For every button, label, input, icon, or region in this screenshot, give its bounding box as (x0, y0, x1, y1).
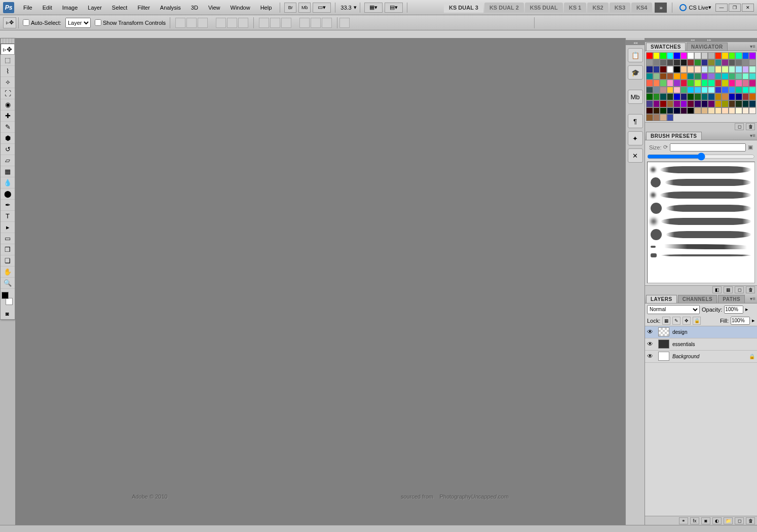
swatch[interactable] (735, 66, 742, 73)
brush-preset[interactable] (650, 216, 752, 227)
swatch[interactable] (653, 114, 660, 121)
swatch[interactable] (729, 100, 736, 107)
lock-transparency-icon[interactable]: ▦ (662, 317, 670, 325)
swatch[interactable] (701, 100, 708, 107)
swatch[interactable] (742, 73, 749, 80)
swatch[interactable] (715, 93, 722, 100)
layer-thumbnail[interactable] (658, 352, 669, 361)
workspace-button[interactable]: KS5 DUAL (525, 3, 563, 13)
layer-thumbnail[interactable] (658, 327, 669, 336)
swatch[interactable] (708, 93, 715, 100)
swatch[interactable] (735, 87, 742, 94)
panel-grip[interactable]: ◂◂ ▸▸ (645, 38, 757, 42)
swatch[interactable] (742, 66, 749, 73)
swatch[interactable] (646, 114, 653, 121)
distribute-hcenter-icon[interactable] (311, 18, 321, 28)
zoom-tool[interactable]: 🔍 (1, 278, 15, 289)
swatch[interactable] (701, 52, 708, 59)
swatch[interactable] (673, 107, 680, 115)
swatch[interactable] (735, 52, 742, 59)
zoom-value[interactable]: 33.3 (338, 5, 353, 11)
fill-slider-icon[interactable]: ▸ (752, 317, 755, 324)
actions-panel-icon[interactable]: 🎓 (628, 65, 643, 80)
swatch[interactable] (749, 107, 756, 115)
menu-layer[interactable]: Layer (83, 3, 107, 13)
lasso-tool[interactable]: ⌇ (1, 66, 15, 77)
swatch[interactable] (749, 87, 756, 94)
swatch[interactable] (673, 73, 680, 80)
swatch[interactable] (687, 107, 694, 115)
swatch[interactable] (646, 100, 653, 107)
swatch[interactable] (694, 59, 701, 66)
marquee-tool[interactable]: ⬚ (1, 55, 15, 66)
swatch[interactable] (653, 52, 660, 59)
brush-size-input[interactable] (670, 143, 746, 151)
swatch[interactable] (694, 100, 701, 107)
workspace-button[interactable]: KS 1 (564, 3, 586, 13)
swatch[interactable] (660, 107, 667, 115)
swatch[interactable] (653, 59, 660, 66)
workspace-button[interactable]: KS2 (587, 3, 608, 13)
swatch[interactable] (667, 73, 674, 80)
tool-presets-panel-icon[interactable]: ✕ (628, 148, 643, 163)
tab-navigator[interactable]: NAVIGATOR (687, 43, 728, 51)
lock-position-icon[interactable]: ✥ (683, 317, 691, 325)
distribute-bottom-icon[interactable] (281, 18, 291, 28)
visibility-icon[interactable]: 👁 (647, 328, 655, 335)
swatch[interactable] (715, 66, 722, 73)
menu-window[interactable]: Window (225, 3, 255, 13)
tab-channels[interactable]: CHANNELS (678, 295, 717, 303)
swatch[interactable] (667, 52, 674, 59)
swatch[interactable] (673, 52, 680, 59)
swatch[interactable] (646, 87, 653, 94)
crop-tool[interactable]: ⛶ (1, 88, 15, 99)
swatch[interactable] (742, 100, 749, 107)
swatch[interactable] (742, 87, 749, 94)
swatch[interactable] (687, 87, 694, 94)
swatch[interactable] (687, 80, 694, 87)
swatch[interactable] (667, 114, 674, 121)
character-panel-icon[interactable]: ¶ (628, 114, 643, 128)
swatch[interactable] (749, 100, 756, 107)
swatch[interactable] (694, 73, 701, 80)
swatch[interactable] (735, 107, 742, 115)
swatch[interactable] (667, 107, 674, 115)
swatch[interactable] (646, 93, 653, 100)
quick-mask-toggle[interactable]: ◙ (1, 308, 14, 319)
swatch[interactable] (653, 100, 660, 107)
swatch[interactable] (653, 107, 660, 115)
swatch[interactable] (722, 66, 729, 73)
foreground-background-colors[interactable] (1, 291, 14, 306)
layer-group-icon[interactable]: 📁 (724, 517, 733, 524)
swatch[interactable] (694, 87, 701, 94)
brush-preset-icon[interactable]: ▦ (724, 286, 733, 293)
swatch[interactable] (708, 87, 715, 94)
opacity-input[interactable] (724, 306, 743, 314)
swatch[interactable] (749, 93, 756, 100)
swatch[interactable] (749, 80, 756, 87)
brush-view-icon[interactable]: ◧ (712, 286, 722, 293)
swatch[interactable] (660, 87, 667, 94)
align-vcenter-icon[interactable] (186, 18, 197, 28)
background-color[interactable] (6, 298, 13, 305)
swatch[interactable] (687, 59, 694, 66)
blend-mode-dropdown[interactable]: Normal (647, 305, 700, 314)
swatch[interactable] (653, 66, 660, 73)
swatch[interactable] (722, 87, 729, 94)
swatch[interactable] (673, 59, 680, 66)
blur-tool[interactable]: 💧 (1, 177, 15, 188)
dock-grip[interactable]: ◂◂ (626, 40, 645, 45)
swatch[interactable] (673, 93, 680, 100)
swatch[interactable] (708, 100, 715, 107)
layer-row[interactable]: 👁 essentials (645, 338, 757, 351)
swatch[interactable] (729, 52, 736, 59)
zoom-dropdown-icon[interactable]: ▾ (354, 4, 357, 11)
align-top-icon[interactable] (175, 18, 185, 28)
align-right-icon[interactable] (238, 18, 248, 28)
swatch[interactable] (708, 107, 715, 115)
menu-file[interactable]: File (18, 3, 37, 13)
swatch[interactable] (660, 93, 667, 100)
3d-tool[interactable]: ❒ (1, 244, 15, 255)
swatch[interactable] (646, 107, 653, 115)
minimize-button[interactable]: — (715, 4, 728, 12)
